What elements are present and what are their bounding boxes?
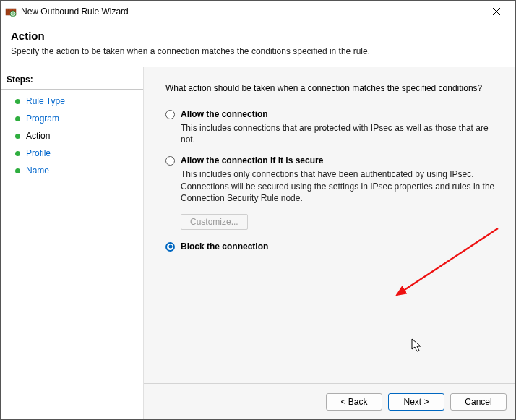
option-allow-label: Allow the connection: [181, 109, 268, 119]
close-button[interactable]: [482, 1, 511, 22]
step-profile[interactable]: Profile: [1, 145, 143, 162]
step-label: Name: [26, 166, 49, 176]
radio-icon[interactable]: [165, 242, 175, 252]
option-allow-secure-desc: This includes only connections that have…: [181, 168, 499, 204]
steps-sidebar: Steps: Rule Type Program Action Profile …: [1, 67, 144, 419]
option-allow-desc: This includes connections that are prote…: [181, 122, 499, 145]
mouse-cursor-icon: [411, 338, 424, 354]
step-rule-type[interactable]: Rule Type: [1, 93, 143, 110]
close-icon: [493, 8, 500, 15]
step-name[interactable]: Name: [1, 162, 143, 179]
step-program[interactable]: Program: [1, 110, 143, 127]
radio-icon[interactable]: [165, 110, 175, 119]
cancel-button[interactable]: Cancel: [450, 393, 507, 411]
body: Steps: Rule Type Program Action Profile …: [1, 67, 515, 419]
bullet-icon: [15, 168, 20, 173]
option-block[interactable]: Block the connection: [165, 241, 502, 252]
page-title: Action: [11, 30, 505, 42]
titlebar: New Outbound Rule Wizard: [1, 1, 515, 22]
page-header: Action Specify the action to be taken wh…: [1, 22, 515, 67]
firewall-icon: [5, 6, 17, 17]
wizard-window: New Outbound Rule Wizard Action Specify …: [0, 0, 516, 420]
page-subtitle: Specify the action to be taken when a co…: [11, 46, 505, 56]
step-label: Profile: [26, 148, 51, 158]
bullet-icon: [15, 151, 20, 156]
bullet-icon: [15, 134, 20, 139]
svg-line-12: [397, 228, 498, 295]
option-allow-secure-label: Allow the connection if it is secure: [181, 155, 323, 166]
step-label: Rule Type: [26, 96, 65, 106]
window-title: New Outbound Rule Wizard: [21, 7, 482, 17]
step-label: Program: [26, 113, 59, 124]
bullet-icon: [15, 116, 20, 121]
annotation-arrow: [390, 223, 505, 302]
option-block-label: Block the connection: [181, 241, 268, 252]
option-allow[interactable]: Allow the connection: [165, 109, 502, 119]
option-allow-secure[interactable]: Allow the connection if it is secure: [165, 155, 502, 166]
steps-title: Steps:: [1, 72, 143, 90]
step-action[interactable]: Action: [1, 127, 143, 145]
radio-icon[interactable]: [165, 156, 175, 166]
main-panel: What action should be taken when a conne…: [144, 67, 515, 419]
footer: < Back Next > Cancel: [144, 383, 515, 419]
question-text: What action should be taken when a conne…: [165, 83, 502, 93]
back-button[interactable]: < Back: [326, 393, 382, 411]
step-label: Action: [26, 131, 50, 141]
next-button[interactable]: Next >: [388, 393, 444, 411]
customize-button: Customize...: [181, 214, 248, 230]
bullet-icon: [15, 99, 20, 104]
